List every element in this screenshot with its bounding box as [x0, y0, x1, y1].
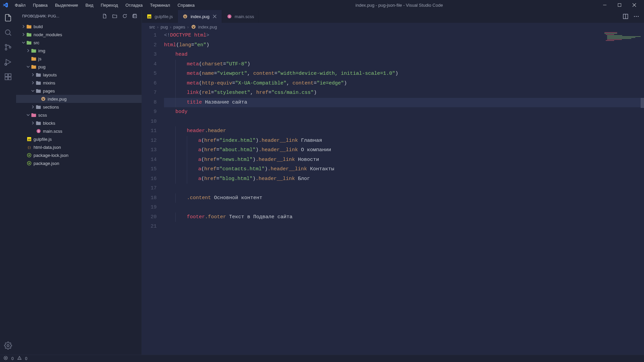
menu-item[interactable]: Правка — [30, 1, 51, 9]
menu-item[interactable]: Выделение — [52, 1, 82, 9]
tree-folder[interactable]: pages — [16, 87, 142, 95]
breadcrumb-segment[interactable]: index.pug — [198, 24, 217, 29]
new-file-icon[interactable] — [102, 13, 107, 19]
folder-green-icon — [31, 48, 37, 53]
code-line[interactable] — [164, 117, 644, 127]
tree-item-label: package.json — [34, 161, 59, 166]
tree-folder[interactable]: mixins — [16, 79, 142, 87]
code-line[interactable]: body — [164, 107, 644, 117]
menu-item[interactable]: Справка — [174, 1, 198, 9]
minimize-button[interactable] — [600, 1, 609, 9]
minimap[interactable] — [604, 32, 641, 46]
breadcrumb-segment[interactable]: pug — [161, 24, 168, 29]
close-tab-icon[interactable] — [212, 14, 217, 19]
line-number: 17 — [142, 184, 157, 193]
more-actions-icon[interactable] — [633, 13, 639, 19]
code-line[interactable]: header.header — [164, 126, 644, 136]
close-button[interactable] — [630, 1, 639, 9]
line-number: 3 — [142, 50, 157, 60]
tree-file[interactable]: package.json — [16, 159, 142, 167]
tree-file[interactable]: JSgulpfile.js — [16, 135, 142, 143]
menu-item[interactable]: Файл — [11, 1, 29, 9]
chevron-right-icon: › — [187, 24, 189, 29]
collapse-all-icon[interactable] — [132, 13, 138, 19]
code-line[interactable]: title Название сайта — [164, 98, 644, 108]
code-line[interactable]: link(rel="stylesheet", href="css/main.cs… — [164, 88, 644, 98]
svg-point-15 — [42, 98, 43, 99]
svg-point-2 — [5, 30, 10, 35]
tree-folder[interactable]: sections — [16, 103, 142, 111]
breadcrumb-segment[interactable]: pages — [173, 24, 185, 29]
chevron-icon — [30, 105, 36, 109]
svg-point-30 — [184, 16, 185, 16]
settings-gear-icon[interactable] — [4, 341, 12, 350]
tree-file[interactable]: Smain.scss — [16, 127, 142, 135]
code-line[interactable]: a(href="index.html").header__link Главна… — [164, 136, 644, 146]
explorer-icon[interactable] — [4, 13, 12, 22]
tree-folder[interactable]: blocks — [16, 119, 142, 127]
editor-tab[interactable]: index.pug — [178, 10, 222, 23]
folder-orange-icon — [31, 64, 37, 69]
tree-folder[interactable]: scss — [16, 111, 142, 119]
line-number: 11 — [142, 126, 157, 136]
menu-item[interactable]: Отладка — [122, 1, 146, 9]
editor-tab[interactable]: Smain.scss — [222, 10, 259, 23]
debug-icon[interactable] — [4, 58, 12, 66]
tree-file[interactable]: {}html-data.json — [16, 143, 142, 151]
menu-item[interactable]: Вид — [82, 1, 97, 9]
code-line[interactable] — [164, 203, 644, 213]
code-line[interactable]: html(lang="en") — [164, 41, 644, 50]
breadcrumbs[interactable]: src›pug›pages›index.pug — [142, 23, 644, 31]
split-editor-icon[interactable] — [623, 13, 629, 19]
code-line[interactable] — [164, 184, 644, 193]
code-line[interactable]: a(href="contacts.html").header__link Кон… — [164, 165, 644, 174]
explorer-sidebar: ПРОВОДНИК: PUG... buildnode_modulessrcim… — [16, 10, 142, 355]
code-line[interactable]: a(href="about.html").header__link О комп… — [164, 145, 644, 155]
code-content[interactable]: <!DOCTYPE html>html(lang="en")headmeta(c… — [164, 31, 644, 355]
code-line[interactable]: head — [164, 50, 644, 60]
code-line[interactable]: <!DOCTYPE html> — [164, 31, 644, 41]
scrollbar-thumb[interactable] — [641, 98, 644, 108]
code-line[interactable]: .content Основной контент — [164, 193, 644, 203]
menu-item[interactable]: Терминал — [147, 1, 173, 9]
maximize-button[interactable] — [615, 1, 624, 9]
status-bar: 0 0 — [0, 355, 644, 362]
code-line[interactable]: meta(charset="UTF-8") — [164, 60, 644, 69]
error-count[interactable]: 0 — [11, 356, 14, 361]
extensions-icon[interactable] — [4, 72, 12, 81]
tree-folder[interactable]: layouts — [16, 71, 142, 79]
warning-count[interactable]: 0 — [25, 356, 28, 361]
code-line[interactable]: a(href="news.html").header__link Новости — [164, 155, 644, 165]
tree-folder[interactable]: img — [16, 47, 142, 55]
line-number: 12 — [142, 136, 157, 146]
folder-orange-icon — [31, 56, 37, 61]
tree-item-label: html-data.json — [34, 145, 61, 150]
tree-file[interactable]: js — [16, 55, 142, 63]
tree-folder[interactable]: build — [16, 22, 142, 31]
folder-green-icon — [26, 32, 32, 37]
chevron-right-icon: › — [170, 24, 171, 29]
search-icon[interactable] — [4, 28, 12, 37]
main-area: ПРОВОДНИК: PUG... buildnode_modulessrcim… — [0, 10, 644, 355]
breadcrumb-segment[interactable]: src — [149, 24, 155, 29]
code-line[interactable] — [164, 222, 644, 232]
source-control-icon[interactable] — [4, 43, 12, 52]
tree-folder[interactable]: node_modules — [16, 31, 142, 39]
code-line[interactable]: footer.footer Текст в Подвале сайта — [164, 213, 644, 222]
error-count-icon[interactable] — [3, 356, 8, 361]
tree-folder[interactable]: pug — [16, 63, 142, 71]
new-folder-icon[interactable] — [112, 13, 117, 19]
tree-file[interactable]: index.pug — [16, 95, 142, 103]
refresh-icon[interactable] — [122, 13, 127, 19]
code-line[interactable]: a(href="blog.html").header__link Блог — [164, 174, 644, 184]
code-line[interactable]: meta(http-equiv="X-UA-Compatible", conte… — [164, 79, 644, 88]
warning-count-icon[interactable] — [17, 356, 22, 361]
tree-file[interactable]: package-lock.json — [16, 151, 142, 159]
tree-folder[interactable]: src — [16, 39, 142, 47]
code-line[interactable]: meta(name="viewport", content="width=dev… — [164, 69, 644, 79]
line-number: 4 — [142, 60, 157, 69]
folder-grey-icon — [36, 72, 42, 77]
menu-item[interactable]: Переход — [97, 1, 121, 9]
code-editor[interactable]: 123456789101112131415161718192021 <!DOCT… — [142, 31, 644, 355]
editor-tab[interactable]: JSgulpfile.js — [142, 10, 178, 23]
